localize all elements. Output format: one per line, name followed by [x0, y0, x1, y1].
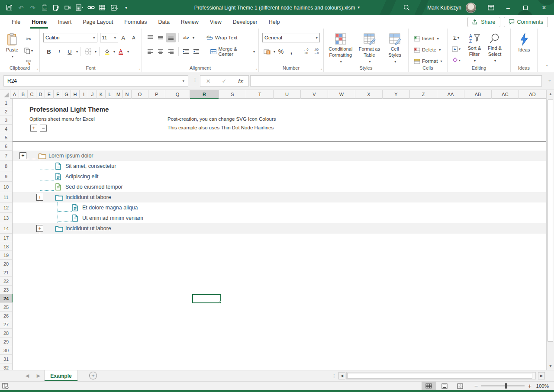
cell-styles-button[interactable]: Cell Styles ▾: [384, 33, 406, 64]
column-header-AD[interactable]: AD: [519, 90, 546, 99]
page-break-view-button[interactable]: [453, 382, 467, 390]
column-header-X[interactable]: X: [355, 90, 383, 99]
tabbar-divider[interactable]: ⋮: [332, 373, 337, 379]
comments-button[interactable]: Comments: [504, 17, 548, 27]
row-header-7[interactable]: 7: [0, 151, 12, 161]
cancel-entry-icon[interactable]: ✕: [206, 78, 211, 84]
tree-expand-button[interactable]: +: [19, 152, 26, 159]
redo-icon[interactable]: ↷: [27, 2, 39, 13]
column-header-C[interactable]: C: [28, 90, 36, 99]
cut-button[interactable]: ✂: [23, 34, 34, 44]
tree-node[interactable]: Sit amet, consectetur: [13, 161, 546, 171]
scroll-right-icon[interactable]: ▶: [538, 372, 545, 379]
autosum-button[interactable]: Σ▾: [451, 33, 461, 42]
zoom-slider[interactable]: [481, 386, 525, 386]
column-header-Z[interactable]: Z: [410, 90, 437, 99]
underline-button[interactable]: U: [65, 47, 74, 56]
merge-center-button[interactable]: Merge & Center ▾: [209, 47, 256, 56]
column-header-AA[interactable]: AA: [437, 90, 464, 99]
align-left-button[interactable]: [145, 47, 155, 56]
paste-values-icon[interactable]: 123: [39, 2, 50, 13]
row-header-11[interactable]: 11: [0, 192, 12, 202]
column-header-O[interactable]: O: [132, 90, 148, 99]
fill-handle[interactable]: [219, 301, 222, 304]
row-header-28[interactable]: 28: [0, 329, 12, 337]
workbook-stats-icon[interactable]: [109, 2, 120, 13]
row-header-22[interactable]: 22: [0, 277, 12, 286]
alignment-dialog-launcher-icon[interactable]: ⌟: [255, 66, 257, 71]
row-header-1[interactable]: 1: [0, 99, 12, 107]
sheet-tab-example[interactable]: Example: [44, 370, 78, 381]
sort-filter-button[interactable]: AZ Sort & Filter ▾: [464, 33, 485, 65]
format-as-table-button[interactable]: Format as Table ▾: [356, 33, 382, 64]
fill-button[interactable]: ▾: [451, 44, 461, 54]
close-button[interactable]: ×: [534, 0, 554, 15]
tab-page-layout[interactable]: Page Layout: [77, 15, 119, 29]
column-header-W[interactable]: W: [328, 90, 355, 99]
row-header-6[interactable]: 6: [0, 142, 12, 151]
zoom-out-icon[interactable]: −: [474, 382, 478, 389]
page-layout-view-button[interactable]: [437, 382, 452, 390]
row-header-31[interactable]: 31: [0, 355, 12, 363]
clipboard-dialog-launcher-icon[interactable]: ⌟: [36, 66, 38, 71]
tab-help[interactable]: Help: [263, 15, 286, 29]
row-header-21[interactable]: 21: [0, 268, 12, 277]
tab-view[interactable]: View: [204, 15, 227, 29]
column-header-AC[interactable]: AC: [492, 90, 519, 99]
column-header-R[interactable]: R: [190, 90, 219, 99]
column-header-E[interactable]: E: [45, 90, 54, 99]
italic-button[interactable]: I: [55, 47, 64, 56]
delete-cells-icon[interactable]: [62, 2, 74, 13]
row-header-18[interactable]: 18: [0, 242, 12, 251]
sheet-canvas[interactable]: Professional Light Theme Options sheet m…: [13, 99, 546, 370]
column-header-U[interactable]: U: [274, 90, 301, 99]
paste-special-icon[interactable]: [50, 2, 62, 13]
select-all-corner[interactable]: [0, 90, 10, 99]
align-right-button[interactable]: [166, 47, 176, 56]
row-header-14[interactable]: 14: [0, 223, 12, 234]
column-header-N[interactable]: N: [123, 90, 132, 99]
vertical-scroll-thumb[interactable]: [548, 100, 553, 342]
tab-developer[interactable]: Developer: [227, 15, 263, 29]
ideas-button[interactable]: Ideas: [511, 32, 538, 53]
customize-qat-icon[interactable]: ▾: [120, 2, 132, 13]
font-dialog-launcher-icon[interactable]: ⌟: [138, 66, 140, 71]
find-select-button[interactable]: Find & Select ▾: [485, 33, 505, 65]
column-header-M[interactable]: M: [114, 90, 123, 99]
format-cells-button[interactable]: Format ▾: [413, 56, 447, 66]
insert-cells-button[interactable]: Insert ▾: [413, 34, 447, 43]
column-header-I[interactable]: I: [80, 90, 88, 99]
ribbon-display-options-button[interactable]: [482, 0, 499, 15]
column-header-J[interactable]: J: [88, 90, 97, 99]
scroll-down-icon[interactable]: ▼: [547, 362, 554, 370]
align-middle-button[interactable]: [156, 33, 165, 42]
tree-node[interactable]: Et dolore magna aliqua: [13, 202, 546, 213]
scroll-up-icon[interactable]: ▲: [547, 90, 554, 98]
tab-home[interactable]: Home: [26, 15, 52, 29]
row-header-3[interactable]: 3: [0, 116, 12, 125]
font-size-combo[interactable]: 11▾: [100, 33, 118, 42]
selected-cell[interactable]: [192, 294, 221, 303]
tab-review[interactable]: Review: [175, 15, 204, 29]
name-box[interactable]: R24 ▾: [3, 75, 188, 87]
column-header-F[interactable]: F: [54, 90, 62, 99]
row-header-20[interactable]: 20: [0, 260, 12, 268]
row-header-27[interactable]: 27: [0, 320, 12, 329]
column-header-G[interactable]: G: [62, 90, 71, 99]
align-center-button[interactable]: [156, 47, 165, 56]
insert-function-button[interactable]: fx: [238, 78, 243, 84]
tree-node[interactable]: Ut enim ad minim veniam: [13, 213, 546, 223]
conditional-formatting-button[interactable]: Conditional Formatting ▾: [326, 33, 355, 64]
orientation-button[interactable]: ab: [181, 33, 191, 42]
column-header-S[interactable]: S: [219, 90, 246, 99]
link-icon[interactable]: [85, 2, 97, 13]
scroll-left-icon[interactable]: ◀: [338, 372, 345, 379]
row-header-5[interactable]: 5: [0, 133, 12, 142]
decrease-font-button[interactable]: Aˇ: [129, 33, 139, 42]
formula-bar-divider[interactable]: ⋮: [192, 77, 198, 83]
tree-node[interactable]: Incididunt ut labore: [13, 223, 546, 234]
horizontal-scroll-thumb[interactable]: [347, 373, 532, 379]
collapse-ribbon-icon[interactable]: ⌃: [545, 64, 549, 69]
copy-button[interactable]: ▾: [23, 46, 34, 55]
borders-button[interactable]: [84, 47, 93, 56]
